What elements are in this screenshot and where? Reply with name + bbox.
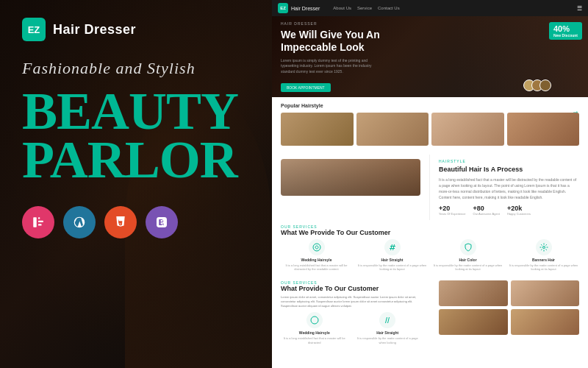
bootstrap-icon[interactable] [146,206,178,238]
mockup-service-cards: Wedding Hairsyle It is a long establishe… [281,239,579,272]
mockup-services2-title: What Provide To Our Customer [281,285,421,292]
service-icon-2 [384,239,401,255]
service-icon-4 [536,239,552,255]
mockup-process-tag: HAIRSTYLE [439,159,579,163]
service-card-2: Hair Straight It is responsible by the m… [356,239,428,272]
mockup-brand-name: Hair Dresser [291,6,320,11]
services2-img-4 [511,309,580,335]
service2-card-1: Wedding Hairsyle It is a long establishe… [281,312,348,344]
stat-2-label: Our Awesome Agent [473,212,500,216]
mockup-hero-desc: Lorem ipsum is simply dummy text of the … [281,58,384,75]
ez-logo-badge: EZ [22,18,46,41]
main-title: BEAUTY PARLOR [22,87,250,184]
stat-1: +20 Years Of Experience [439,205,466,216]
mockup-services2-text: OUR SERVICES What Provide To Our Custome… [272,276,430,349]
svg-point-5 [542,246,545,248]
services2-img-1 [439,280,508,306]
service-name-2: Hair Straight [356,258,428,262]
website-mockup: EZ Hair Dresser About Us Service Contact… [272,0,588,368]
brand-name: Hair Dresser [53,22,136,38]
services2-img-2 [511,280,580,306]
service2-icon-2 [379,312,395,328]
tech-icons-row [22,206,250,238]
stat-3: +20k Happy Customers [507,205,531,216]
stat-3-label: Happy Customers [507,212,531,216]
mockup-process-col [272,155,430,220]
right-panel: EZ Hair Dresser About Us Service Contact… [272,0,588,368]
tagline: Fashionable and Stylish [22,59,250,78]
service-name-3: Hair Color [432,258,503,262]
mockup-nav-link-2: Service [357,6,372,10]
mockup-avatars [527,79,551,91]
main-title-line2: PARLOR [22,135,250,184]
discount-percent: 40% [553,24,578,33]
service2-desc-2: It is responsible by the matte content o… [354,336,422,344]
service-icon-3 [460,239,476,255]
mockup-discount-badge: 40% New Discount [549,22,582,40]
service-name-4: Banners Hair [508,258,579,262]
service-desc-4: It is responsible by the matte content o… [508,263,579,272]
main-title-line1: BEAUTY [22,87,250,135]
mockup-nav-link-3: Contact Us [378,6,400,10]
brand-bar: EZ Hair Dresser [22,18,250,41]
mockup-hero: 40% New Discount HAIR DRESSER We Will Gi… [272,16,588,97]
mockup-hero-title: We Will Give You An Impeccable Look [281,29,398,54]
svg-rect-0 [33,218,37,228]
html5-icon[interactable] [104,206,137,238]
hairstyle-img-4 [507,113,580,146]
stat-2: +80 Our Awesome Agent [473,205,500,216]
mockup-book-btn[interactable]: BOOK APPOINTMENT [281,83,331,92]
mockup-services2-cards: Wedding Hairsyle It is a long establishe… [281,312,421,344]
service-icon-1 [309,239,325,255]
service2-name-1: Wedding Hairsyle [281,330,348,335]
hairstyle-img-2 [356,113,429,146]
mockup-services2-desc: Lorem ipsum dolor sit amet, consectetur … [281,295,421,308]
service2-desc-1: It is a long established fact that a mas… [281,336,348,344]
service2-icon-1 [306,312,323,328]
service-name-1: Wedding Hairsyle [281,258,352,262]
service-desc-1: It is a long established fact that a mas… [281,263,352,272]
mockup-nav-link-1: About Us [333,6,351,10]
mockup-navbar: EZ Hair Dresser About Us Service Contact… [272,0,588,16]
svg-rect-1 [38,218,40,219]
mockup-menu-icon: ☰ [577,5,582,12]
services2-img-3 [439,309,508,335]
mockup-hero-subtitle: HAIR DRESSER [281,21,398,26]
service-card-1: Wedding Hairsyle It is a long establishe… [281,239,352,272]
mockup-process-title: Beautiful Hair Is A Process [439,166,579,174]
avatar-3 [539,79,551,91]
mockup-process-image [281,159,420,196]
mockup-hairstyle-grid [281,113,579,146]
mockup-popular-title: Popular Hairstyle [281,103,579,108]
service-desc-3: It is responsible by the matte content o… [432,263,503,272]
mockup-stats-row: +20 Years Of Experience +80 Our Awesome … [439,205,579,216]
mockup-services-title: What We Provide To Our Customer [281,229,579,236]
stat-2-num: +80 [473,205,500,212]
elementor-icon[interactable] [22,206,54,238]
mockup-ez-badge: EZ [278,3,288,13]
service2-card-2: Hair Straight It is responsible by the m… [354,312,422,344]
service-card-3: Hair Color It is responsible by the matt… [432,239,503,272]
hairstyle-img-3 [431,113,504,146]
discount-label: New Discount [553,33,578,38]
service-desc-2: It is responsible by the matte content o… [356,263,428,272]
wordpress-icon[interactable] [63,206,96,238]
svg-rect-2 [38,221,43,222]
mockup-hero-text: HAIR DRESSER We Will Give You An Impecca… [281,21,398,92]
stat-1-num: +20 [439,205,466,212]
svg-rect-3 [38,224,42,226]
mockup-logo: EZ Hair Dresser [278,3,320,13]
carousel-arrow[interactable]: → [572,107,579,116]
service-card-4: Banners Hair It is responsible by the ma… [508,239,579,272]
left-panel: EZ Hair Dresser Fashionable and Stylish … [0,0,272,368]
mockup-process-text-col: HAIRSTYLE Beautiful Hair Is A Process It… [430,155,588,220]
left-content: EZ Hair Dresser Fashionable and Stylish … [0,0,272,256]
mockup-services-section: OUR SERVICES What We Provide To Our Cust… [272,220,588,276]
mockup-lower-row: HAIRSTYLE Beautiful Hair Is A Process It… [272,155,588,220]
stat-3-num: +20k [507,205,531,212]
mockup-services2-row: OUR SERVICES What Provide To Our Custome… [272,276,588,349]
mockup-services2-images [430,276,588,349]
mockup-nav-links: About Us Service Contact Us [333,6,399,10]
service2-name-2: Hair Straight [354,330,422,335]
hairstyle-img-1 [281,113,354,146]
